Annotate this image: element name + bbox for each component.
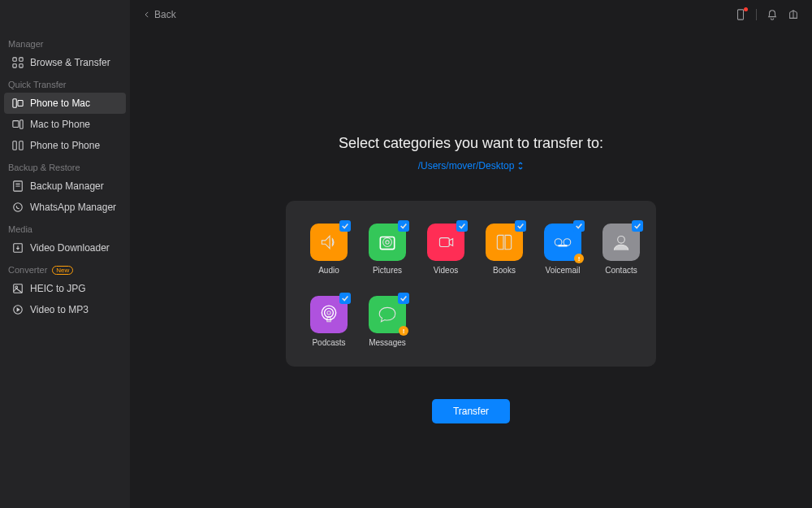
voicemail-icon: !: [544, 224, 581, 261]
svg-rect-20: [439, 238, 449, 247]
category-label: Voicemail: [546, 266, 581, 275]
podcasts-icon: [310, 296, 348, 333]
checkmark-icon: [398, 293, 409, 304]
svg-rect-6: [13, 121, 19, 128]
sidebar-item-label: Backup Manager: [30, 180, 104, 192]
svg-point-14: [15, 286, 18, 289]
category-contacts[interactable]: Contacts: [603, 224, 640, 275]
sidebar-item-label: Mac to Phone: [30, 119, 90, 130]
category-label: Audio: [318, 266, 339, 275]
svg-rect-0: [13, 58, 16, 61]
category-messages[interactable]: !Messages: [369, 296, 406, 347]
section-label-backup: Backup & Restore: [0, 156, 130, 176]
section-label-quick-transfer: Quick Transfer: [0, 73, 130, 93]
category-label: Podcasts: [312, 338, 345, 347]
checkmark-icon: [632, 220, 643, 232]
category-label: Videos: [434, 266, 458, 275]
main-area: Back Select categories you want to trans…: [130, 0, 812, 508]
category-label: Books: [493, 266, 516, 275]
svg-rect-9: [19, 141, 23, 150]
svg-point-24: [327, 311, 330, 315]
whatsapp-icon: [12, 202, 24, 213]
phone-to-phone-icon: [12, 140, 24, 151]
sidebar-item-video-downloader[interactable]: Video Downloader: [4, 237, 126, 258]
videos-icon: [427, 224, 464, 261]
divider: [756, 9, 757, 20]
category-podcasts[interactable]: Podcasts: [310, 296, 348, 347]
sidebar-item-label: Video to MP3: [30, 304, 89, 315]
section-label-converter: Converter New: [0, 258, 130, 278]
contacts-icon: [603, 224, 640, 261]
topbar-right: [735, 9, 799, 20]
category-videos[interactable]: Videos: [427, 224, 464, 275]
checkmark-icon: [339, 220, 351, 232]
page-title: Select categories you want to transfer t…: [339, 135, 603, 152]
sidebar-item-label: WhatsApp Manager: [30, 202, 116, 213]
sidebar-item-phone-to-mac[interactable]: Phone to Mac: [4, 93, 126, 114]
category-voicemail[interactable]: !Voicemail: [544, 224, 581, 275]
svg-rect-16: [738, 10, 744, 20]
checkmark-icon: [339, 293, 351, 304]
sidebar-item-whatsapp-manager[interactable]: WhatsApp Manager: [4, 197, 126, 218]
svg-rect-4: [13, 99, 16, 108]
audio-icon: [310, 224, 348, 261]
sidebar-item-video-to-mp3[interactable]: Video to MP3: [4, 299, 126, 320]
sidebar-item-label: Browse & Transfer: [30, 57, 110, 68]
warning-icon: !: [399, 326, 408, 336]
back-button[interactable]: Back: [143, 9, 176, 20]
phone-status-icon[interactable]: [735, 9, 746, 20]
pictures-icon: [369, 224, 406, 261]
messages-icon: !: [369, 296, 406, 333]
image-convert-icon: [12, 283, 24, 294]
section-label-manager: Manager: [0, 33, 130, 52]
notification-dot: [744, 7, 748, 11]
sidebar-item-browse[interactable]: Browse & Transfer: [4, 52, 126, 73]
grid-icon: [12, 57, 24, 68]
category-pictures[interactable]: Pictures: [369, 224, 406, 275]
category-audio[interactable]: Audio: [310, 224, 348, 275]
back-label: Back: [154, 9, 176, 20]
backup-icon: [12, 180, 24, 192]
warning-icon: !: [574, 254, 584, 263]
checkmark-icon: [573, 220, 585, 232]
category-label: Pictures: [373, 266, 402, 275]
new-badge: New: [52, 266, 73, 275]
chevron-left-icon: [143, 11, 151, 19]
checkmark-icon: [398, 220, 409, 232]
category-label: Contacts: [605, 266, 637, 275]
sidebar-item-phone-to-phone[interactable]: Phone to Phone: [4, 135, 126, 156]
svg-rect-2: [13, 64, 16, 67]
video-convert-icon: [12, 304, 24, 315]
category-panel: AudioPicturesVideosBooks!VoicemailContac…: [286, 201, 656, 367]
sidebar-item-heic-to-jpg[interactable]: HEIC to JPG: [4, 278, 126, 299]
svg-point-11: [14, 203, 23, 212]
destination-path[interactable]: /Users/mover/Desktop: [418, 160, 525, 172]
transfer-button[interactable]: Transfer: [432, 399, 510, 423]
sidebar-item-label: Phone to Phone: [30, 140, 100, 151]
path-text: /Users/mover/Desktop: [418, 160, 515, 172]
sort-arrows-icon: [517, 162, 524, 170]
mac-to-phone-icon: [12, 119, 24, 130]
download-icon: [12, 242, 24, 254]
phone-to-mac-icon: [12, 98, 24, 109]
sidebar-item-backup-manager[interactable]: Backup Manager: [4, 176, 126, 197]
sidebar-item-label: HEIC to JPG: [30, 283, 86, 294]
svg-rect-8: [13, 141, 16, 150]
svg-point-21: [555, 239, 562, 246]
sidebar-item-mac-to-phone[interactable]: Mac to Phone: [4, 114, 126, 135]
content: Select categories you want to transfer t…: [130, 29, 812, 508]
bell-icon[interactable]: [767, 9, 778, 20]
sidebar-item-label: Phone to Mac: [30, 98, 90, 109]
category-label: Messages: [369, 338, 406, 347]
gift-icon[interactable]: [788, 9, 799, 20]
checkmark-icon: [515, 220, 526, 232]
category-books[interactable]: Books: [486, 224, 523, 275]
sidebar: Manager Browse & Transfer Quick Transfer…: [0, 0, 130, 508]
svg-rect-5: [18, 101, 23, 106]
section-label-media: Media: [0, 218, 130, 237]
checkmark-icon: [456, 220, 468, 232]
svg-rect-3: [19, 64, 23, 67]
svg-rect-1: [19, 58, 23, 61]
books-icon: [486, 224, 523, 261]
topbar: Back: [130, 0, 812, 29]
